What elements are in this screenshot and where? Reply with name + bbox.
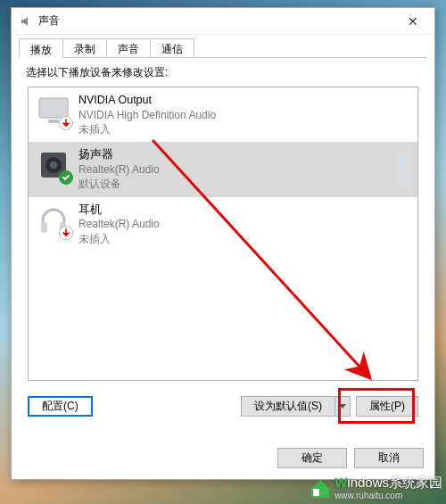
device-status: 未插入: [78, 232, 410, 246]
svg-rect-5: [41, 222, 47, 233]
device-name: 耳机: [78, 202, 410, 218]
device-list[interactable]: NVIDIA Output NVIDIA High Definition Aud…: [28, 87, 418, 381]
close-icon: ✕: [408, 14, 418, 29]
device-row[interactable]: 扬声器 Realtek(R) Audio 默认设备: [29, 142, 417, 196]
set-default-dropdown[interactable]: [334, 396, 351, 417]
device-driver: Realtek(R) Audio: [78, 162, 398, 177]
playback-panel: 选择以下播放设备来修改设置: NVIDIA Output NVIDIA High…: [19, 58, 427, 431]
speaker-icon: [36, 147, 71, 183]
watermark-url: www.ruhaitu.com: [334, 492, 442, 500]
ok-button[interactable]: 确定: [277, 448, 347, 468]
device-status: 未插入: [78, 122, 410, 136]
device-driver: Realtek(R) Audio: [78, 217, 410, 231]
unplugged-badge-icon: [59, 226, 73, 240]
set-default-button[interactable]: 设为默认值(S): [241, 396, 334, 417]
configure-button[interactable]: 配置(C): [28, 396, 93, 417]
device-name: 扬声器: [78, 147, 398, 162]
device-driver: NVIDIA High Definition Audio: [78, 108, 410, 122]
cancel-button[interactable]: 取消: [354, 448, 424, 468]
chevron-down-icon: [339, 404, 346, 409]
headphone-icon: [36, 202, 71, 238]
monitor-icon: [36, 93, 71, 128]
svg-rect-8: [313, 489, 319, 496]
device-name: NVIDIA Output: [78, 93, 410, 108]
dialog-buttons: 确定 取消: [277, 448, 424, 468]
tab-playback[interactable]: 播放: [19, 38, 63, 58]
title-bar[interactable]: 声音 ✕: [12, 8, 434, 35]
svg-rect-1: [48, 120, 59, 123]
watermark: Windows系统家园 www.ruhaitu.com: [310, 475, 442, 500]
tab-strip: 播放 录制 声音 通信: [12, 35, 434, 58]
device-status: 默认设备: [78, 177, 398, 191]
window-title: 声音: [38, 13, 395, 29]
tab-communications[interactable]: 通信: [150, 38, 194, 58]
instruction-text: 选择以下播放设备来修改设置:: [26, 65, 420, 80]
unplugged-badge-icon: [59, 116, 73, 130]
panel-footer: 配置(C) 设为默认值(S) 属性(P): [28, 396, 418, 417]
sound-dialog: 声音 ✕ 播放 录制 声音 通信 选择以下播放设备来修改设置: NVIDIA O…: [11, 7, 435, 480]
level-meter: [398, 147, 410, 191]
svg-point-4: [50, 161, 57, 169]
properties-button[interactable]: 属性(P): [356, 396, 418, 417]
tab-recording[interactable]: 录制: [62, 38, 107, 58]
close-button[interactable]: ✕: [395, 9, 431, 34]
device-row[interactable]: 耳机 Realtek(R) Audio 未插入: [29, 197, 417, 252]
tab-sounds[interactable]: 声音: [106, 38, 151, 58]
svg-rect-0: [39, 98, 68, 118]
set-default-split: 设为默认值(S): [241, 396, 351, 417]
watermark-logo-icon: [310, 478, 331, 498]
device-row[interactable]: NVIDIA Output NVIDIA High Definition Aud…: [29, 87, 417, 142]
sound-icon: [19, 14, 33, 29]
